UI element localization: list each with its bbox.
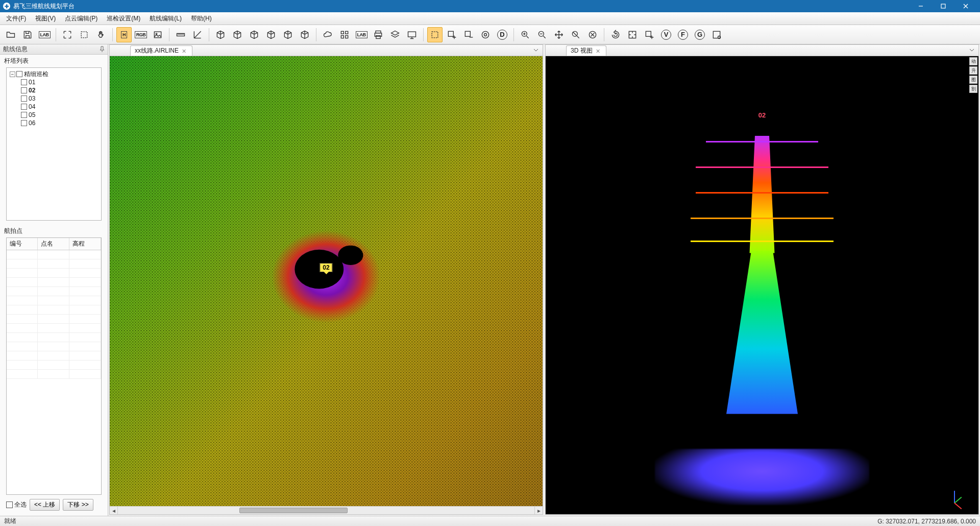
- table-row[interactable]: [7, 351, 101, 361]
- tool-lab2[interactable]: LAB: [354, 27, 369, 42]
- menu-file[interactable]: 文件(F): [2, 13, 30, 25]
- tool-fit[interactable]: [77, 27, 92, 42]
- tower-marker-02[interactable]: 02: [320, 263, 332, 272]
- table-row[interactable]: [7, 250, 101, 259]
- tool-face-front[interactable]: [213, 27, 228, 42]
- tool-focus[interactable]: [625, 27, 640, 42]
- table-row[interactable]: [7, 287, 101, 296]
- tool-save[interactable]: [20, 27, 35, 42]
- tree-expander-icon[interactable]: −: [10, 71, 15, 77]
- tree-checkbox[interactable]: [16, 71, 22, 77]
- table-row[interactable]: [7, 278, 101, 287]
- tool-face-back[interactable]: [230, 27, 245, 42]
- tree-item-06[interactable]: 06: [21, 119, 98, 127]
- scroll-left-icon[interactable]: ◂: [110, 507, 118, 514]
- side3d-btn-4[interactable]: 割: [969, 85, 977, 93]
- tree-item-05[interactable]: 05: [21, 111, 98, 119]
- tool-sel-add[interactable]: [444, 27, 459, 42]
- tool-mode-rgb[interactable]: RGB: [133, 27, 149, 42]
- tree-checkbox[interactable]: [21, 87, 27, 93]
- tree-root-row[interactable]: − 精细巡检: [10, 70, 98, 78]
- tree-checkbox[interactable]: [21, 104, 27, 110]
- tool-expand[interactable]: [60, 27, 75, 42]
- tool-f[interactable]: F: [675, 27, 691, 42]
- scroll-thumb[interactable]: [239, 508, 348, 513]
- tool-layer[interactable]: [387, 27, 403, 42]
- tool-sel-box[interactable]: [427, 27, 443, 42]
- tool-cloud-sync[interactable]: [320, 27, 335, 42]
- tab-dropdown-icon[interactable]: [532, 46, 540, 54]
- tree-checkbox[interactable]: [21, 120, 27, 126]
- move-up-button[interactable]: << 上移: [30, 499, 60, 511]
- tool-face-bottom[interactable]: [297, 27, 312, 42]
- tool-rotate[interactable]: [608, 27, 623, 42]
- viewer-3d-tab[interactable]: 3D 视图 ✕: [566, 45, 606, 56]
- table-row[interactable]: [7, 342, 101, 351]
- table-row[interactable]: [7, 361, 101, 370]
- tab-close-icon[interactable]: ✕: [182, 48, 188, 54]
- tree-checkbox[interactable]: [21, 95, 27, 102]
- window-close-button[interactable]: [954, 0, 977, 12]
- tool-print[interactable]: [371, 27, 386, 42]
- side3d-btn-2[interactable]: 升: [969, 66, 977, 75]
- tool-lab[interactable]: LAB: [37, 27, 52, 42]
- tool-clear[interactable]: [585, 27, 600, 42]
- tool-face-right[interactable]: [263, 27, 279, 42]
- tool-pan[interactable]: [93, 27, 109, 42]
- tool-open[interactable]: [3, 27, 18, 42]
- table-row[interactable]: [7, 333, 101, 342]
- axes-gizmo[interactable]: [954, 488, 969, 503]
- tool-v[interactable]: V: [658, 27, 674, 42]
- select-all-checkbox[interactable]: 全选: [6, 500, 27, 509]
- viewer-3d-canvas[interactable]: 02 动 升 图 割: [546, 56, 978, 514]
- tool-zoom-out[interactable]: [534, 27, 550, 42]
- table-col-num[interactable]: 编号: [7, 238, 38, 250]
- tab-dropdown-icon[interactable]: [968, 46, 975, 54]
- side3d-btn-1[interactable]: 动: [969, 57, 977, 65]
- menu-view[interactable]: 视图(V): [31, 13, 60, 25]
- window-minimize-button[interactable]: [910, 0, 932, 12]
- tool-sel-d[interactable]: D: [495, 27, 510, 42]
- tool-move[interactable]: [551, 27, 567, 42]
- tool-face-left[interactable]: [247, 27, 262, 42]
- side3d-btn-3[interactable]: 图: [969, 76, 977, 84]
- viewer-2d-hscrollbar[interactable]: ◂ ▸: [110, 506, 543, 514]
- tool-final[interactable]: [709, 27, 724, 42]
- tool-angle[interactable]: [190, 27, 205, 42]
- menu-route-edit[interactable]: 航线编辑(L): [145, 13, 186, 25]
- viewer-2d-canvas[interactable]: 02: [110, 56, 543, 506]
- tree-item-01[interactable]: 01: [21, 78, 98, 86]
- table-row[interactable]: [7, 324, 101, 333]
- tool-ruler[interactable]: [173, 27, 188, 42]
- menu-pointcloud-edit[interactable]: 点云编辑(P): [61, 13, 102, 25]
- tree-checkbox[interactable]: [21, 79, 27, 85]
- table-row[interactable]: [7, 305, 101, 315]
- tool-cross[interactable]: [568, 27, 583, 42]
- table-col-elev[interactable]: 高程: [69, 238, 101, 250]
- tower-tree[interactable]: − 精细巡检 010203040506: [6, 67, 102, 221]
- tool-sel-circ[interactable]: [478, 27, 493, 42]
- tree-item-03[interactable]: 03: [21, 94, 98, 103]
- tool-mode-h[interactable]: H: [116, 27, 132, 42]
- tool-g[interactable]: G: [692, 27, 707, 42]
- table-row[interactable]: [7, 370, 101, 379]
- tool-screen[interactable]: [404, 27, 420, 42]
- tool-add-box[interactable]: [642, 27, 657, 42]
- table-row[interactable]: [7, 269, 101, 278]
- tab-close-icon[interactable]: ✕: [596, 48, 602, 54]
- menu-inspect-settings[interactable]: 巡检设置(M): [103, 13, 144, 25]
- tool-grid[interactable]: [337, 27, 352, 42]
- viewer-2d-tab[interactable]: xx线路.AIRLINE ✕: [130, 45, 192, 56]
- tree-checkbox[interactable]: [21, 112, 27, 118]
- tool-mode-img[interactable]: [150, 27, 165, 42]
- table-row[interactable]: [7, 296, 101, 305]
- tool-face-top[interactable]: [280, 27, 296, 42]
- pin-icon[interactable]: [99, 45, 106, 53]
- menu-help[interactable]: 帮助(H): [187, 13, 216, 25]
- tool-zoom-in[interactable]: [518, 27, 533, 42]
- tool-sel-sub[interactable]: [461, 27, 476, 42]
- table-row[interactable]: [7, 259, 101, 269]
- move-down-button[interactable]: 下移 >>: [63, 499, 93, 511]
- tree-item-02[interactable]: 02: [21, 86, 98, 94]
- window-maximize-button[interactable]: [932, 0, 954, 12]
